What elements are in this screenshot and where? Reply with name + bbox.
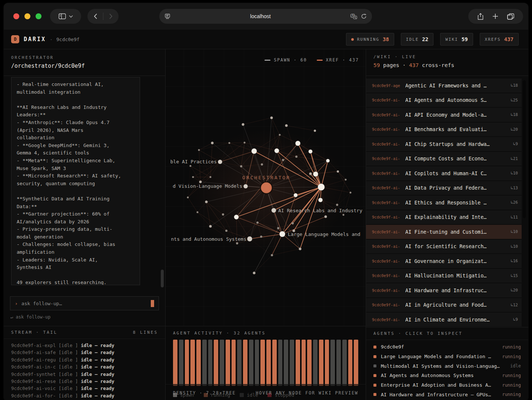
agent-row[interactable]: 9cdc0e9frunning bbox=[373, 342, 521, 352]
graph-node[interactable] bbox=[326, 159, 330, 163]
agent-row[interactable]: Multimodal AI Systems and Vision-Languag… bbox=[373, 361, 521, 371]
graph-node[interactable] bbox=[190, 165, 192, 167]
graph-node[interactable] bbox=[295, 156, 297, 158]
agent-row[interactable]: Large Language Models and Foundation …ru… bbox=[373, 352, 521, 361]
wiki-row[interactable]: 9cdc0e9f-ai-AI Fine-tuning and Customi…↳… bbox=[366, 225, 522, 239]
graph-node[interactable] bbox=[313, 171, 318, 177]
url-text[interactable]: localhost bbox=[250, 13, 270, 19]
wiki-scrollbar[interactable] bbox=[523, 80, 526, 218]
graph-node[interactable] bbox=[271, 254, 273, 256]
graph-node[interactable] bbox=[318, 198, 323, 202]
sidebar-toggle-button[interactable] bbox=[50, 9, 81, 24]
graph-node[interactable] bbox=[198, 149, 200, 151]
graph-node[interactable] bbox=[209, 225, 212, 228]
graph-node[interactable] bbox=[197, 211, 199, 213]
wiki-row[interactable]: 9cdc0e9f-ai-AI for Scientific Research…↳… bbox=[366, 240, 522, 254]
wiki-row[interactable]: 9cdc0e9f-ageAgentic AI Frameworks and …↳… bbox=[366, 79, 522, 93]
graph-node[interactable] bbox=[187, 197, 189, 199]
translate-icon[interactable]: A bbox=[350, 14, 357, 19]
wiki-row[interactable]: 9cdc0e9f-ai-AI Hardware and Infrastruc…↳… bbox=[366, 283, 522, 297]
graph-node[interactable] bbox=[252, 149, 257, 154]
wiki-row[interactable]: 9cdc0e9f-ai-AI Hallucination Mitigatio…↳… bbox=[366, 269, 522, 283]
zoom-window-button[interactable] bbox=[36, 13, 41, 19]
orchestrator-node[interactable] bbox=[260, 182, 272, 194]
graph-node[interactable] bbox=[314, 130, 316, 132]
agent-row[interactable]: Enterprise AI Adoption and Business A…ru… bbox=[373, 380, 521, 390]
graph-node[interactable] bbox=[275, 149, 279, 153]
graph-node[interactable] bbox=[260, 236, 262, 238]
tab-overview-icon[interactable] bbox=[507, 13, 514, 20]
url-bar[interactable]: localhost A bbox=[159, 9, 372, 24]
graph-node[interactable] bbox=[309, 150, 313, 154]
graph-node[interactable] bbox=[247, 236, 252, 241]
graph-node[interactable] bbox=[244, 142, 246, 144]
agent-row[interactable]: AI Agents and Autonomous Systemsrunning bbox=[373, 371, 521, 380]
graph-node[interactable] bbox=[229, 142, 230, 144]
graph-node[interactable] bbox=[325, 216, 327, 218]
graph-node[interactable] bbox=[240, 165, 242, 167]
graph-node[interactable] bbox=[205, 201, 208, 203]
graph-node[interactable] bbox=[218, 160, 222, 164]
graph-node[interactable] bbox=[253, 272, 256, 274]
wiki-row[interactable]: 9cdc0e9f-ai-AI Governance in Organizat…↳… bbox=[366, 254, 522, 268]
new-tab-icon[interactable] bbox=[492, 13, 498, 19]
graph-node[interactable] bbox=[272, 208, 276, 213]
graph-node[interactable] bbox=[279, 134, 281, 136]
graph-node[interactable] bbox=[350, 192, 352, 194]
graph-node[interactable] bbox=[295, 141, 300, 146]
wiki-page-list[interactable]: 9cdc0e9f-ageAgentic AI Frameworks and …↳… bbox=[366, 76, 522, 327]
orchestrator-output[interactable]: - Real-time conversational AI,multimodal… bbox=[11, 77, 140, 285]
minimize-window-button[interactable] bbox=[24, 13, 30, 19]
follow-up-input[interactable]: › ask follow-up… bbox=[10, 296, 159, 310]
wiki-row[interactable]: 9cdc0e9f-ai-AI Benchmarks and Evaluati…↳… bbox=[366, 123, 522, 137]
graph-node[interactable] bbox=[336, 204, 338, 206]
reload-icon[interactable] bbox=[361, 13, 367, 19]
graph-node[interactable] bbox=[309, 173, 312, 175]
graph-node[interactable] bbox=[192, 176, 194, 178]
wiki-row[interactable]: 9cdc0e9f-ai-AI in Climate and Environme…… bbox=[366, 313, 522, 327]
wiki-row[interactable]: 9cdc0e9f-ai-AI Ethics and Responsible …↳… bbox=[366, 196, 522, 210]
graph-node[interactable] bbox=[234, 215, 239, 220]
panel-scrollbar[interactable] bbox=[161, 270, 164, 287]
agent-row[interactable]: AI Hardware and Infrastructure — GPUs…ru… bbox=[373, 390, 521, 399]
graph-node[interactable] bbox=[261, 163, 263, 166]
wiki-row[interactable]: 9cdc0e9f-ai-AI Copilots and Human-AI C…↳… bbox=[366, 166, 522, 180]
graph-node[interactable] bbox=[222, 213, 224, 216]
agent-network-graph[interactable]: ble AI Practicesd Vision-Language Models… bbox=[166, 49, 366, 383]
graph-node[interactable] bbox=[199, 181, 202, 183]
wiki-row[interactable]: 9cdc0e9f-ai-AI Compute Costs and Econo…↳… bbox=[366, 152, 522, 166]
graph-node[interactable] bbox=[318, 184, 325, 191]
graph-node[interactable] bbox=[277, 227, 279, 229]
stream-log[interactable]: 9cdc0e9f-ai-expl [idle ] idle — ready9cd… bbox=[4, 339, 165, 399]
graph-node[interactable] bbox=[294, 193, 298, 197]
wiki-row[interactable]: 9cdc0e9f-ai-AI in Agriculture and Food…↳… bbox=[366, 298, 522, 312]
graph-node[interactable] bbox=[210, 176, 212, 178]
graph-node[interactable] bbox=[270, 117, 273, 119]
forward-button[interactable] bbox=[106, 13, 116, 19]
wiki-row[interactable]: 9cdc0e9f-ai-AI API Economy and Model-a…↳… bbox=[366, 108, 522, 122]
graph-node[interactable] bbox=[343, 214, 345, 216]
close-window-button[interactable] bbox=[13, 13, 19, 19]
graph-node[interactable] bbox=[211, 142, 214, 144]
graph-node[interactable] bbox=[242, 123, 245, 126]
graph-node[interactable] bbox=[225, 230, 227, 232]
graph-node[interactable] bbox=[337, 170, 339, 173]
graph-node[interactable] bbox=[243, 184, 248, 189]
graph-node[interactable] bbox=[256, 221, 259, 224]
back-button[interactable] bbox=[90, 13, 101, 19]
agent-list[interactable]: 9cdc0e9frunningLarge Language Models and… bbox=[366, 340, 528, 400]
wiki-row[interactable]: 9cdc0e9f-ai-AI Data Privacy and Federa…↳… bbox=[366, 181, 522, 195]
reader-icon[interactable] bbox=[164, 14, 170, 19]
wiki-row[interactable]: 9cdc0e9f-ai-AI Agents and Autonomous S…↳… bbox=[366, 93, 522, 107]
graph-node[interactable] bbox=[292, 222, 294, 224]
graph-node[interactable] bbox=[282, 159, 284, 161]
graph-node[interactable] bbox=[285, 124, 288, 127]
graph-node[interactable] bbox=[236, 242, 238, 244]
graph-node[interactable] bbox=[299, 248, 302, 250]
wiki-row[interactable]: 9cdc0e9f-ai-AI Chip Startups and Hardwa…… bbox=[366, 137, 522, 151]
wiki-row[interactable]: 9cdc0e9f-ai-AI Explainability and Inte…↳… bbox=[366, 210, 522, 224]
graph-node[interactable] bbox=[345, 179, 347, 181]
share-icon[interactable] bbox=[478, 13, 483, 20]
browser-window: localhost A bbox=[4, 3, 528, 400]
graph-node[interactable] bbox=[279, 231, 285, 237]
